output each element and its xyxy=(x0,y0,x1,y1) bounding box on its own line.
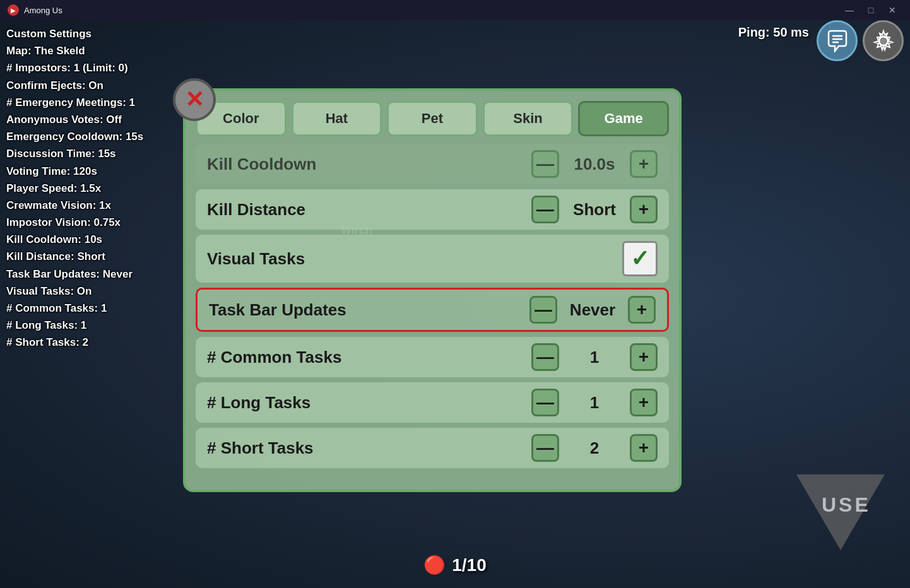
use-watermark: USE xyxy=(796,474,885,550)
window-close-button[interactable]: ✕ xyxy=(882,1,902,19)
settings-modal: ✕ Color Hat Pet Skin Game Kill Cooldown … xyxy=(183,88,682,492)
settings-line-12: Kill Cooldown: 10s xyxy=(6,231,143,248)
app-title: Among Us xyxy=(24,6,838,15)
task-bar-updates-increase[interactable]: + xyxy=(628,296,656,324)
chat-icon-button[interactable] xyxy=(817,20,858,61)
app-icon: ▶ xyxy=(8,4,19,16)
setting-row-short-tasks: # Short Tasks — 2 + xyxy=(196,428,669,468)
tab-game[interactable]: Game xyxy=(578,101,669,136)
kill-cooldown-controls: — 10.0s + xyxy=(531,150,658,178)
settings-list: Kill Cooldown — 10.0s + Kill Distance — … xyxy=(196,144,669,468)
kill-distance-label: Kill Distance xyxy=(207,200,531,220)
kill-distance-decrease[interactable]: — xyxy=(531,196,559,223)
top-right-icons xyxy=(817,20,904,61)
tab-skin[interactable]: Skin xyxy=(483,101,574,136)
settings-line-9: Player Speed: 1.5x xyxy=(6,180,143,197)
settings-line-18: # Short Tasks: 2 xyxy=(6,334,143,351)
gear-icon xyxy=(871,28,896,54)
kill-cooldown-label: Kill Cooldown xyxy=(207,155,531,174)
settings-line-17: # Long Tasks: 1 xyxy=(6,317,143,334)
task-bar-updates-controls: — Never + xyxy=(529,296,656,324)
settings-line-14: Task Bar Updates: Never xyxy=(6,266,143,283)
kill-distance-value: Short xyxy=(569,200,620,220)
long-tasks-label: # Long Tasks xyxy=(207,393,531,413)
titlebar: ▶ Among Us — □ ✕ xyxy=(0,0,910,20)
bottom-bar: 🔴 1/10 xyxy=(423,555,487,575)
setting-row-kill-distance: Kill Distance — Short + xyxy=(196,189,669,230)
settings-line-0: Custom Settings xyxy=(6,25,143,42)
settings-line-5: Anonymous Votes: Off xyxy=(6,111,143,128)
short-tasks-decrease[interactable]: — xyxy=(531,434,559,462)
setting-row-common-tasks: # Common Tasks — 1 + xyxy=(196,337,669,377)
short-tasks-value: 2 xyxy=(569,438,620,458)
long-tasks-controls: — 1 + xyxy=(531,389,658,416)
settings-line-10: Crewmate Vision: 1x xyxy=(6,197,143,214)
tab-pet[interactable]: Pet xyxy=(387,101,478,136)
setting-row-long-tasks: # Long Tasks — 1 + xyxy=(196,382,669,423)
common-tasks-decrease[interactable]: — xyxy=(531,343,559,371)
long-tasks-decrease[interactable]: — xyxy=(531,389,559,416)
ping-display: Ping: 50 ms xyxy=(738,25,809,40)
custom-settings-panel: Custom Settings Map: The Skeld # Imposto… xyxy=(6,25,143,351)
settings-line-6: Emergency Cooldown: 15s xyxy=(6,128,143,145)
setting-row-visual-tasks: Visual Tasks ✓ xyxy=(196,235,669,283)
setting-row-task-bar-updates: Task Bar Updates — Never + xyxy=(196,288,669,332)
common-tasks-value: 1 xyxy=(569,348,620,367)
settings-line-3: Confirm Ejects: On xyxy=(6,77,143,94)
settings-icon-button[interactable] xyxy=(863,20,904,61)
visual-tasks-checkbox[interactable]: ✓ xyxy=(622,241,658,276)
minimize-button[interactable]: — xyxy=(839,1,860,19)
common-tasks-label: # Common Tasks xyxy=(207,348,531,367)
short-tasks-increase[interactable]: + xyxy=(630,434,658,462)
short-tasks-label: # Short Tasks xyxy=(207,438,531,458)
long-tasks-increase[interactable]: + xyxy=(630,389,658,416)
close-icon: ✕ xyxy=(185,88,204,111)
kill-distance-increase[interactable]: + xyxy=(630,196,658,223)
settings-line-7: Discussion Time: 15s xyxy=(6,145,143,162)
player-crewmate-icon: 🔴 xyxy=(423,555,446,575)
visual-tasks-controls: ✓ xyxy=(622,241,658,276)
checkmark-icon: ✓ xyxy=(630,247,649,270)
settings-line-15: Visual Tasks: On xyxy=(6,283,143,300)
settings-line-11: Impostor Vision: 0.75x xyxy=(6,214,143,231)
tab-hat[interactable]: Hat xyxy=(292,101,382,136)
common-tasks-increase[interactable]: + xyxy=(630,343,658,371)
settings-line-16: # Common Tasks: 1 xyxy=(6,300,143,317)
player-count: 1/10 xyxy=(452,555,487,575)
kill-distance-controls: — Short + xyxy=(531,196,658,223)
common-tasks-controls: — 1 + xyxy=(531,343,658,371)
settings-line-2: # Impostors: 1 (Limit: 0) xyxy=(6,59,143,76)
kill-cooldown-decrease[interactable]: — xyxy=(531,150,559,178)
modal-close-button[interactable]: ✕ xyxy=(173,78,216,121)
kill-cooldown-value: 10.0s xyxy=(569,155,620,174)
use-triangle: USE xyxy=(796,474,885,550)
settings-line-13: Kill Distance: Short xyxy=(6,248,143,265)
settings-line-8: Voting Time: 120s xyxy=(6,163,143,180)
maximize-button[interactable]: □ xyxy=(861,1,881,19)
visual-tasks-label: Visual Tasks xyxy=(207,249,622,269)
use-text: USE xyxy=(822,493,871,517)
setting-row-kill-cooldown: Kill Cooldown — 10.0s + xyxy=(196,144,669,184)
task-bar-updates-value: Never xyxy=(567,300,618,320)
svg-point-4 xyxy=(880,38,887,44)
task-bar-updates-label: Task Bar Updates xyxy=(209,300,529,320)
tab-bar: Color Hat Pet Skin Game xyxy=(196,101,669,136)
settings-line-1: Map: The Skeld xyxy=(6,42,143,59)
task-bar-updates-decrease[interactable]: — xyxy=(529,296,557,324)
chat-icon xyxy=(826,30,849,52)
long-tasks-value: 1 xyxy=(569,393,620,413)
settings-line-4: # Emergency Meetings: 1 xyxy=(6,94,143,111)
short-tasks-controls: — 2 + xyxy=(531,434,658,462)
kill-cooldown-increase[interactable]: + xyxy=(630,150,658,178)
